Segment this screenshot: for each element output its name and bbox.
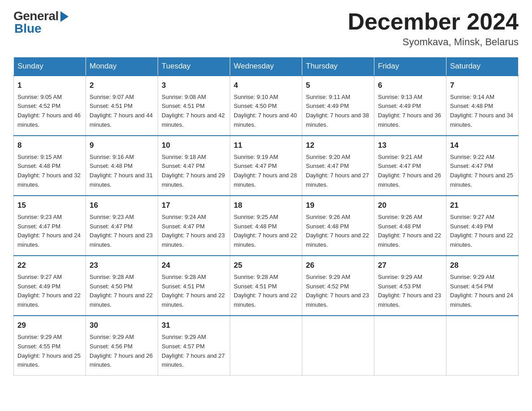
day-number: 20 — [378, 200, 442, 211]
day-sunset: Sunset: 4:48 PM — [90, 163, 133, 169]
day-sunrise: Sunrise: 9:19 AM — [234, 154, 278, 160]
day-number: 14 — [450, 140, 515, 151]
day-number: 21 — [450, 200, 515, 211]
calendar-table: SundayMondayTuesdayWednesdayThursdayFrid… — [13, 57, 519, 376]
day-sunrise: Sunrise: 9:29 AM — [306, 274, 350, 280]
day-sunrise: Sunrise: 9:29 AM — [90, 334, 134, 340]
day-number: 2 — [90, 80, 154, 91]
logo-arrow-icon — [60, 11, 69, 22]
day-daylight: Daylight: 7 hours and 26 minutes. — [378, 172, 441, 188]
day-number: 31 — [162, 320, 226, 331]
calendar-day-28: 28 Sunrise: 9:29 AM Sunset: 4:54 PM Dayl… — [446, 256, 519, 316]
day-sunrise: Sunrise: 9:13 AM — [378, 94, 422, 100]
day-daylight: Daylight: 7 hours and 22 minutes. — [90, 292, 153, 308]
calendar-day-15: 15 Sunrise: 9:23 AM Sunset: 4:47 PM Dayl… — [14, 196, 86, 256]
day-daylight: Daylight: 7 hours and 22 minutes. — [234, 232, 297, 248]
day-sunset: Sunset: 4:49 PM — [378, 103, 421, 109]
day-sunrise: Sunrise: 9:18 AM — [162, 154, 206, 160]
day-sunrise: Sunrise: 9:05 AM — [17, 94, 62, 100]
calendar-day-29: 29 Sunrise: 9:29 AM Sunset: 4:55 PM Dayl… — [14, 316, 86, 376]
day-daylight: Daylight: 7 hours and 22 minutes. — [234, 292, 297, 308]
day-daylight: Daylight: 7 hours and 22 minutes. — [378, 232, 441, 248]
day-sunset: Sunset: 4:52 PM — [306, 283, 349, 290]
day-number: 18 — [234, 200, 298, 211]
day-sunset: Sunset: 4:48 PM — [378, 223, 421, 230]
day-number: 26 — [306, 260, 370, 271]
empty-cell — [446, 316, 519, 376]
calendar-day-20: 20 Sunrise: 9:26 AM Sunset: 4:48 PM Dayl… — [374, 196, 446, 256]
day-number: 28 — [450, 260, 515, 271]
day-sunset: Sunset: 4:47 PM — [450, 163, 493, 169]
day-sunset: Sunset: 4:47 PM — [162, 223, 205, 230]
weekday-header-wednesday: Wednesday — [230, 57, 302, 76]
day-daylight: Daylight: 7 hours and 44 minutes. — [90, 112, 153, 128]
day-number: 13 — [378, 140, 442, 151]
day-sunrise: Sunrise: 9:16 AM — [90, 154, 134, 160]
day-sunset: Sunset: 4:51 PM — [162, 283, 205, 290]
day-daylight: Daylight: 7 hours and 24 minutes. — [17, 232, 81, 248]
day-number: 10 — [162, 140, 226, 151]
day-sunrise: Sunrise: 9:29 AM — [17, 334, 62, 340]
weekday-header-tuesday: Tuesday — [158, 57, 230, 76]
day-sunset: Sunset: 4:48 PM — [17, 163, 60, 169]
calendar-day-9: 9 Sunrise: 9:16 AM Sunset: 4:48 PM Dayli… — [86, 136, 158, 196]
calendar-day-6: 6 Sunrise: 9:13 AM Sunset: 4:49 PM Dayli… — [374, 76, 446, 136]
day-number: 1 — [17, 80, 82, 91]
day-sunset: Sunset: 4:47 PM — [90, 223, 133, 230]
day-number: 22 — [17, 260, 82, 271]
day-daylight: Daylight: 7 hours and 25 minutes. — [450, 172, 513, 188]
day-sunrise: Sunrise: 9:27 AM — [17, 274, 62, 280]
calendar-day-14: 14 Sunrise: 9:22 AM Sunset: 4:47 PM Dayl… — [446, 136, 519, 196]
day-daylight: Daylight: 7 hours and 24 minutes. — [450, 292, 513, 308]
calendar-day-13: 13 Sunrise: 9:21 AM Sunset: 4:47 PM Dayl… — [374, 136, 446, 196]
weekday-header-friday: Friday — [374, 57, 446, 76]
day-sunrise: Sunrise: 9:07 AM — [90, 94, 134, 100]
day-sunset: Sunset: 4:47 PM — [378, 163, 421, 169]
day-number: 23 — [90, 260, 154, 271]
day-number: 5 — [306, 80, 370, 91]
day-number: 7 — [450, 80, 515, 91]
day-number: 25 — [234, 260, 298, 271]
calendar-day-30: 30 Sunrise: 9:29 AM Sunset: 4:56 PM Dayl… — [86, 316, 158, 376]
day-sunrise: Sunrise: 9:29 AM — [162, 334, 206, 340]
calendar-day-26: 26 Sunrise: 9:29 AM Sunset: 4:52 PM Dayl… — [302, 256, 374, 316]
day-sunrise: Sunrise: 9:14 AM — [450, 94, 494, 100]
day-sunrise: Sunrise: 9:15 AM — [17, 154, 62, 160]
day-number: 29 — [17, 320, 82, 331]
calendar-week-row-3: 15 Sunrise: 9:23 AM Sunset: 4:47 PM Dayl… — [14, 196, 519, 256]
empty-cell — [230, 316, 302, 376]
day-daylight: Daylight: 7 hours and 27 minutes. — [162, 352, 225, 368]
day-daylight: Daylight: 7 hours and 46 minutes. — [17, 112, 81, 128]
day-sunrise: Sunrise: 9:10 AM — [234, 94, 278, 100]
day-sunset: Sunset: 4:51 PM — [162, 103, 205, 109]
day-number: 9 — [90, 140, 154, 151]
day-number: 30 — [90, 320, 154, 331]
calendar-day-16: 16 Sunrise: 9:23 AM Sunset: 4:47 PM Dayl… — [86, 196, 158, 256]
day-sunset: Sunset: 4:49 PM — [17, 283, 60, 290]
calendar-week-row-1: 1 Sunrise: 9:05 AM Sunset: 4:52 PM Dayli… — [14, 76, 519, 136]
day-sunrise: Sunrise: 9:28 AM — [162, 274, 206, 280]
day-daylight: Daylight: 7 hours and 22 minutes. — [162, 292, 225, 308]
day-number: 24 — [162, 260, 226, 271]
day-daylight: Daylight: 7 hours and 36 minutes. — [378, 112, 441, 128]
day-sunset: Sunset: 4:49 PM — [450, 223, 493, 230]
day-daylight: Daylight: 7 hours and 23 minutes. — [306, 292, 369, 308]
day-sunrise: Sunrise: 9:27 AM — [450, 214, 494, 220]
day-number: 12 — [306, 140, 370, 151]
day-daylight: Daylight: 7 hours and 23 minutes. — [162, 232, 225, 248]
day-number: 3 — [162, 80, 226, 91]
calendar-day-5: 5 Sunrise: 9:11 AM Sunset: 4:49 PM Dayli… — [302, 76, 374, 136]
day-daylight: Daylight: 7 hours and 32 minutes. — [17, 172, 81, 188]
calendar-day-2: 2 Sunrise: 9:07 AM Sunset: 4:51 PM Dayli… — [86, 76, 158, 136]
day-number: 16 — [90, 200, 154, 211]
day-sunset: Sunset: 4:49 PM — [306, 103, 349, 109]
day-daylight: Daylight: 7 hours and 22 minutes. — [450, 232, 513, 248]
day-daylight: Daylight: 7 hours and 26 minutes. — [90, 352, 153, 368]
calendar-day-21: 21 Sunrise: 9:27 AM Sunset: 4:49 PM Dayl… — [446, 196, 519, 256]
weekday-header-row: SundayMondayTuesdayWednesdayThursdayFrid… — [14, 57, 519, 76]
day-sunset: Sunset: 4:50 PM — [90, 283, 133, 290]
day-number: 6 — [378, 80, 442, 91]
day-sunrise: Sunrise: 9:21 AM — [378, 154, 422, 160]
day-number: 15 — [17, 200, 82, 211]
day-daylight: Daylight: 7 hours and 40 minutes. — [234, 112, 297, 128]
